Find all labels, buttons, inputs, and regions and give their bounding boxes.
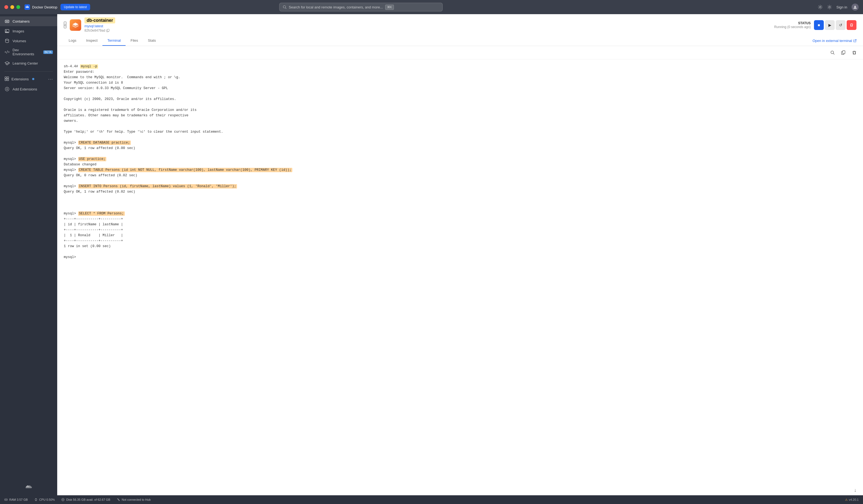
terminal-line: mysql> INSERT INTO Persons (id, firstNam… <box>64 184 856 189</box>
terminal-line: | id | firstName | lastName | <box>64 222 856 227</box>
svg-rect-17 <box>7 77 9 78</box>
stop-button[interactable]: ■ <box>814 20 824 30</box>
gear-icon[interactable] <box>827 5 832 10</box>
docker-logo <box>25 4 30 10</box>
svg-rect-10 <box>6 21 7 22</box>
restart-button[interactable]: ↺ <box>836 20 846 30</box>
dev-environments-label: Dev Environments <box>13 48 39 56</box>
container-id: 82fc0e8479ad <box>85 29 771 33</box>
update-button[interactable]: Update to latest <box>61 4 90 10</box>
sidebar-nav: Containers Images <box>0 16 57 68</box>
terminal-toolbar <box>57 46 863 59</box>
settings-icon[interactable] <box>818 5 823 10</box>
svg-rect-19 <box>5 79 7 81</box>
svg-point-7 <box>829 6 830 8</box>
terminal-line <box>64 151 856 156</box>
status-value: Running (0 seconds ago) <box>774 25 811 29</box>
svg-point-8 <box>854 6 856 7</box>
terminal-line <box>64 91 856 97</box>
svg-rect-11 <box>7 21 8 22</box>
terminal-line <box>64 194 856 200</box>
sidebar-item-volumes[interactable]: Volumes <box>0 36 57 46</box>
version-label: v4.20.1 <box>849 498 859 501</box>
tab-files[interactable]: Files <box>126 36 143 46</box>
sidebar-item-images[interactable]: Images <box>0 26 57 36</box>
terminal-line: Query OK, 1 row affected (0.02 sec) <box>64 189 856 194</box>
sidebar-item-add-extensions[interactable]: Add Extensions <box>0 84 57 94</box>
svg-rect-2 <box>27 6 27 7</box>
terminal-container: sh-4.4# mysql -p Enter password: Welcome… <box>57 46 863 495</box>
warning-icon: ⚠ <box>845 498 848 502</box>
play-button[interactable]: ▶ <box>825 20 835 30</box>
svg-line-5 <box>286 8 287 9</box>
svg-rect-26 <box>27 486 28 486</box>
terminal-line <box>64 178 856 184</box>
search-shortcut: ⌘K <box>385 5 394 10</box>
images-icon <box>4 28 10 34</box>
tab-inspect[interactable]: Inspect <box>81 36 102 46</box>
terminal-body[interactable]: sh-4.4# mysql -p Enter password: Welcome… <box>57 59 863 495</box>
terminal-line: sh-4.4# mysql -p <box>64 64 856 69</box>
tab-terminal[interactable]: Terminal <box>102 36 126 46</box>
sidebar: Containers Images <box>0 14 57 495</box>
status-area: STATUS Running (0 seconds ago) ■ ▶ ↺ <box>774 20 856 30</box>
disk-status: Disk 56.35 GB avail. of 62.67 GB <box>61 498 110 501</box>
external-link-icon <box>853 39 856 42</box>
cpu-label: CPU 0.50% <box>39 498 55 501</box>
extensions-more-button[interactable]: ⋯ <box>48 76 53 82</box>
titlebar-actions: Sign in <box>818 3 859 11</box>
terminal-line: | 1 | Ronald | Miller | <box>64 233 856 238</box>
terminal-line <box>64 205 856 211</box>
sign-in-label[interactable]: Sign in <box>836 5 847 9</box>
learning-center-label: Learning Center <box>13 61 38 65</box>
add-extensions-icon <box>4 86 10 92</box>
minimize-button[interactable] <box>10 5 14 9</box>
main-layout: Containers Images <box>0 14 863 495</box>
tab-logs[interactable]: Logs <box>64 36 81 46</box>
search-icon <box>283 5 287 9</box>
svg-rect-28 <box>107 29 109 32</box>
delete-button[interactable] <box>847 20 856 30</box>
user-avatar[interactable] <box>852 3 859 11</box>
maximize-button[interactable] <box>16 5 20 9</box>
containers-icon <box>4 18 10 24</box>
titlebar: Docker Desktop Update to latest Search f… <box>0 0 863 14</box>
terminal-line: mysql> CREATE DATABASE practice; <box>64 140 856 146</box>
svg-point-6 <box>820 6 821 8</box>
content-area: ‹ db-container mysql:latest 82fc0e8479ad <box>57 14 863 495</box>
svg-line-30 <box>833 53 834 54</box>
copy-id-icon[interactable] <box>106 29 110 32</box>
sidebar-item-containers[interactable]: Containers <box>0 16 57 26</box>
svg-point-44 <box>62 499 63 500</box>
terminal-copy-button[interactable] <box>839 48 848 57</box>
volumes-label: Volumes <box>13 39 26 43</box>
terminal-search-button[interactable] <box>828 48 837 57</box>
terminal-line: Server version: 8.0.33 MySQL Community S… <box>64 86 856 91</box>
learning-center-icon <box>4 61 10 66</box>
dev-environments-badge: BETA <box>43 50 53 54</box>
svg-rect-18 <box>7 79 9 81</box>
search-bar[interactable]: Search for local and remote images, cont… <box>279 3 443 11</box>
sidebar-item-dev-environments[interactable]: Dev Environments BETA <box>0 46 57 58</box>
terminal-line: mysql> SELECT * FROM Persons; <box>64 211 856 216</box>
status-info: STATUS Running (0 seconds ago) <box>774 21 811 29</box>
statusbar-right: ⚠ v4.20.1 <box>845 498 859 502</box>
sidebar-item-learning-center[interactable]: Learning Center <box>0 58 57 68</box>
terminal-delete-button[interactable] <box>850 48 859 57</box>
no-connection-icon <box>117 498 120 501</box>
images-label: Images <box>13 29 24 33</box>
back-button[interactable]: ‹ <box>64 22 66 28</box>
scroll-down-button[interactable]: ↓ <box>854 487 856 493</box>
tab-stats[interactable]: Stats <box>143 36 161 46</box>
hub-status-label: Not connected to Hub <box>122 498 151 501</box>
close-button[interactable] <box>4 5 8 9</box>
svg-point-29 <box>831 51 834 54</box>
terminal-line: Enter password: <box>64 69 856 75</box>
tab-bar: Logs Inspect Terminal Files Stats Open i… <box>64 36 856 46</box>
open-external-terminal-link[interactable]: Open in external terminal <box>813 37 856 45</box>
extensions-section[interactable]: Extensions ⋯ <box>0 74 57 84</box>
version-badge: ⚠ v4.20.1 <box>845 498 859 502</box>
containers-label: Containers <box>13 19 30 23</box>
terminal-line: Copyright (c) 2000, 2023, Oracle and/or … <box>64 97 856 102</box>
terminal-line <box>64 200 856 205</box>
